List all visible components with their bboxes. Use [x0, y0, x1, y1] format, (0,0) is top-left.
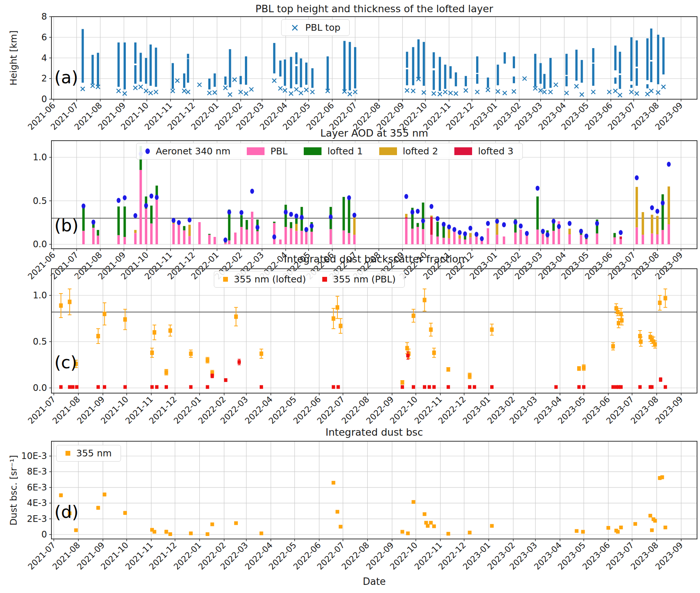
aod-bar-segment	[343, 197, 345, 230]
aod-bar-segment	[552, 231, 555, 244]
lofted-layer-bar	[565, 76, 568, 86]
panel-c-title: Integrated dust backscatter fraction	[51, 253, 697, 265]
aod-bar-segment	[642, 235, 644, 244]
dust-marker	[152, 330, 156, 335]
aeronet-dot	[661, 201, 664, 206]
y-tick-label: 2E-3	[27, 514, 47, 524]
aeronet-dot	[172, 218, 175, 223]
aeronet-dot	[650, 205, 654, 211]
aod-bar-segment	[97, 230, 100, 235]
legend-label: Aeronet 340 nm	[156, 146, 230, 157]
lofted-layer-bar	[476, 74, 478, 84]
aod-bar-segment	[273, 223, 276, 244]
dust-fraction-pbl-marker	[211, 374, 214, 378]
dust-fraction-pbl-marker	[59, 385, 63, 389]
aeronet-dot	[227, 210, 231, 215]
legend-entry: 355 nm (PBL)	[322, 274, 396, 285]
pbl-top-marker	[91, 84, 95, 88]
lofted-layer-bar	[433, 70, 435, 90]
panel-c-letter: (c)	[54, 352, 77, 372]
lofted-layer-bar	[187, 54, 189, 58]
dust-fraction-pbl-marker	[75, 385, 78, 389]
pbl-top-marker	[295, 87, 299, 91]
pbl-top-marker	[580, 93, 584, 97]
dust-marker	[616, 310, 620, 314]
aod-bar-segment	[310, 232, 313, 244]
dust-marker	[234, 521, 238, 525]
lofted-layer-bar	[300, 58, 302, 87]
lofted-layer-bar	[543, 74, 545, 89]
legend-entry: Aeronet 340 nm	[145, 146, 230, 157]
dust-marker	[74, 528, 78, 532]
y-tick-label: 0.0	[33, 239, 47, 249]
aod-bar-segment	[656, 234, 659, 244]
aod-bar-segment	[343, 230, 345, 244]
dust-marker	[401, 380, 404, 385]
panel-a-legend: PBL top	[281, 19, 350, 36]
dust-fraction-pbl-marker	[155, 385, 158, 389]
pbl-top-marker	[304, 88, 308, 92]
x-axis-label: Date	[51, 576, 697, 587]
aod-bar-segment	[580, 235, 582, 244]
dust-marker	[411, 314, 415, 318]
dust-marker	[59, 493, 63, 497]
lofted-layer-bar	[229, 49, 231, 87]
dust-fraction-pbl-marker	[423, 385, 426, 389]
aod-bar-segment	[503, 237, 505, 244]
pbl-top-marker	[438, 92, 442, 96]
pbl-top-marker	[575, 84, 579, 88]
aod-bar-segment	[353, 215, 356, 235]
aod-bar-segment	[82, 231, 85, 244]
legend-square-marker	[223, 277, 228, 282]
dust-fraction-pbl-marker	[71, 385, 74, 389]
aeronet-dot	[656, 209, 659, 214]
aod-bar-segment	[496, 235, 498, 244]
y-tick-label: 6E-3	[27, 482, 47, 493]
dust-marker	[339, 525, 343, 529]
lofted-layer-bar	[513, 56, 515, 68]
dust-marker	[96, 334, 100, 338]
dust-marker	[582, 365, 586, 370]
y-tick-label: 0	[41, 94, 47, 104]
aod-bar-segment	[430, 235, 433, 244]
lofted-layer-bar	[284, 60, 286, 86]
aod-bar-segment	[405, 219, 408, 244]
aeronet-dot	[525, 231, 529, 236]
aeronet-dot	[442, 222, 445, 227]
dust-fraction-pbl-marker	[447, 385, 450, 389]
dust-fraction-pbl-marker	[238, 360, 241, 364]
legend-label: lofted 1	[327, 146, 363, 157]
dust-marker	[259, 352, 263, 356]
dust-fraction-pbl-marker	[468, 385, 471, 389]
dust-marker	[332, 316, 335, 321]
aod-bar-segment	[256, 231, 259, 244]
lofted-layer-bar	[465, 76, 467, 86]
lofted-layer-bar	[139, 53, 142, 82]
pbl-top-marker	[649, 89, 653, 93]
legend-label: PBL	[270, 146, 287, 157]
aod-bar-segment	[305, 232, 308, 244]
pbl-top-marker	[618, 93, 622, 97]
pbl-top-marker	[554, 83, 558, 87]
lofted-layer-bar	[305, 63, 307, 85]
aod-bar-segment	[568, 229, 571, 234]
pbl-top-marker	[464, 88, 468, 93]
lofted-layer-bar	[295, 52, 297, 64]
dust-fraction-pbl-marker	[406, 354, 410, 358]
panel-a-ylabel: Height [km]	[8, 0, 19, 121]
aod-bar-segment	[183, 230, 186, 244]
lofted-layer-bar	[534, 54, 536, 87]
pbl-top-marker	[133, 86, 137, 90]
aeronet-dot	[256, 225, 259, 230]
aod-bar-segment	[117, 207, 120, 235]
aod-bar-segment	[469, 233, 472, 237]
aeronet-dot	[91, 220, 95, 225]
aod-bar-segment	[134, 230, 137, 233]
y-tick-label: 4	[41, 53, 47, 63]
aeronet-dot	[404, 194, 408, 199]
panel-d-letter: (d)	[54, 502, 78, 522]
aod-bar-segment	[636, 187, 638, 227]
aeronet-dot	[272, 234, 276, 239]
legend-dot-marker	[145, 148, 150, 154]
aeronet-dot	[519, 224, 522, 229]
